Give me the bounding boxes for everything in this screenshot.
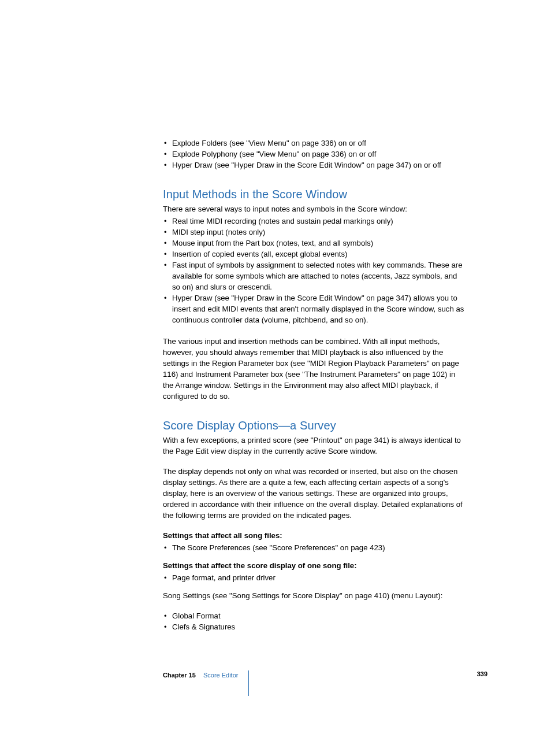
section-paragraph: The various input and insertion methods …: [163, 336, 464, 402]
section-heading-input-methods: Input Methods in the Score Window: [163, 188, 464, 201]
list-item: Hyper Draw (see "Hyper Draw in the Score…: [163, 292, 464, 325]
bold-subheading: Settings that affect all song files:: [163, 530, 464, 541]
song-settings-list: Global Format Clefs & Signatures: [163, 610, 464, 632]
top-bullet-list: Explode Folders (see "View Menu" on page…: [163, 138, 464, 171]
list-item: Page format, and printer driver: [163, 572, 464, 583]
list-item: Hyper Draw (see "Hyper Draw in the Score…: [163, 160, 464, 171]
list-item: Real time MIDI recording (notes and sust…: [163, 216, 464, 227]
list-item: MIDI step input (notes only): [163, 227, 464, 238]
list-item: Fast input of symbols by assignment to s…: [163, 260, 464, 292]
list-item: Clefs & Signatures: [163, 621, 464, 632]
section-paragraph: Song Settings (see "Song Settings for Sc…: [163, 590, 464, 601]
list-item: Explode Polyphony (see "View Menu" on pa…: [163, 149, 464, 160]
section-heading-score-display: Score Display Options—a Survey: [163, 419, 464, 432]
document-page: Explode Folders (see "View Menu" on page…: [0, 0, 551, 756]
list-item: Insertion of copied events (all, except …: [163, 249, 464, 260]
list-item: Mouse input from the Part box (notes, te…: [163, 238, 464, 249]
section-paragraph: The display depends not only on what was…: [163, 466, 464, 521]
page-number: 339: [477, 670, 487, 677]
settings-one-song-list: Page format, and printer driver: [163, 572, 464, 583]
footer-left: Chapter 15 Score Editor: [163, 670, 249, 696]
input-methods-list: Real time MIDI recording (notes and sust…: [163, 216, 464, 325]
chapter-name: Score Editor: [203, 672, 239, 679]
section-intro: There are several ways to input notes an…: [163, 203, 464, 214]
bold-subheading: Settings that affect the score display o…: [163, 560, 464, 571]
section-paragraph: With a few exceptions, a printed score (…: [163, 435, 464, 457]
settings-all-songs-list: The Score Preferences (see "Score Prefer…: [163, 542, 464, 553]
list-item: Explode Folders (see "View Menu" on page…: [163, 138, 464, 149]
list-item: Global Format: [163, 610, 464, 621]
chapter-label: Chapter 15: [163, 672, 196, 679]
list-item: The Score Preferences (see "Score Prefer…: [163, 542, 464, 553]
page-footer: Chapter 15 Score Editor 339: [163, 669, 487, 687]
